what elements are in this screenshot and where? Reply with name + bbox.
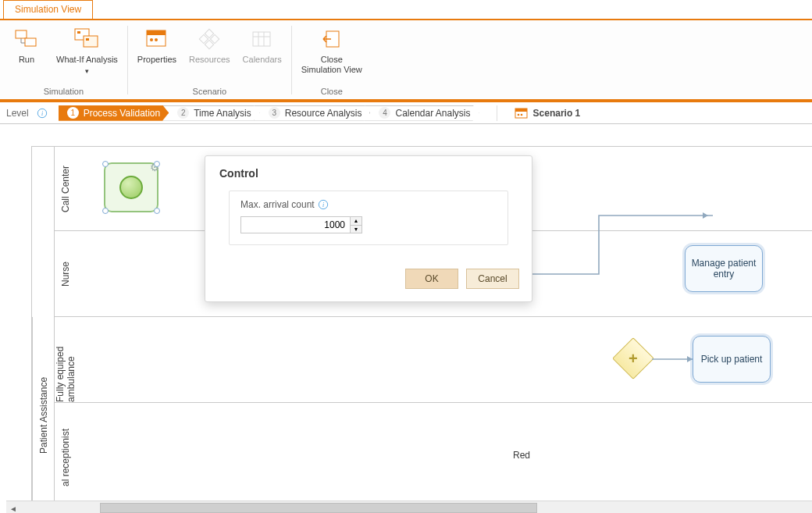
level-label: Level: [6, 108, 29, 119]
info-icon[interactable]: i: [37, 108, 48, 119]
breadcrumb-process-validation[interactable]: 1 Process Validation: [59, 105, 169, 121]
svg-text:i: i: [41, 109, 43, 116]
scenario-icon: [515, 107, 529, 119]
svg-rect-3: [84, 36, 98, 47]
svg-rect-14: [253, 32, 270, 46]
close-simulation-view-button[interactable]: Close Simulation View: [297, 23, 367, 77]
sequence-flow: [652, 354, 697, 365]
start-event[interactable]: ⚙: [104, 162, 158, 212]
ribbon-group-scenario: Properties Resources Calendars Scenario: [128, 20, 291, 99]
svg-rect-4: [77, 31, 80, 34]
level-bar: Level i 1 Process Validation 2 Time Anal…: [0, 102, 812, 124]
parallel-gateway[interactable]: +: [612, 337, 654, 379]
lane-label-receptionist[interactable]: al receptionist: [54, 403, 76, 512]
svg-rect-7: [147, 30, 166, 35]
dialog-title: Control: [205, 156, 532, 187]
canvas-area[interactable]: Patient Assistance Call Center ⚙: [0, 124, 812, 513]
ribbon-group-close: Close Simulation View Close: [292, 20, 372, 99]
spinner: ▲ ▼: [350, 216, 362, 233]
resize-handle[interactable]: [102, 208, 109, 214]
svg-rect-1: [25, 38, 36, 46]
horizontal-scrollbar[interactable]: ◄: [6, 501, 812, 513]
breadcrumb-calendar-analysis[interactable]: 4 Calendar Analysis: [364, 105, 479, 121]
task-manage-patient-entry[interactable]: Manage patient entry: [685, 245, 763, 292]
properties-icon: [144, 27, 169, 52]
scroll-left-button[interactable]: ◄: [6, 501, 20, 513]
level-breadcrumb: 1 Process Validation 2 Time Analysis 3 R…: [59, 105, 479, 121]
resize-handle[interactable]: [154, 161, 160, 167]
calendars-button: Calendars: [238, 23, 287, 68]
ribbon: Run What-If Analysis ▾ Simulation Proper…: [0, 19, 812, 102]
ok-button[interactable]: OK: [405, 269, 458, 289]
what-if-analysis-button[interactable]: What-If Analysis ▾: [52, 23, 123, 78]
info-icon[interactable]: i: [318, 199, 329, 210]
resources-button: Resources: [184, 23, 235, 68]
max-arrival-count-input[interactable]: [240, 216, 350, 233]
svg-point-24: [520, 113, 522, 116]
chevron-down-icon: ▾: [85, 67, 89, 75]
simulation-view-tab[interactable]: Simulation View: [3, 0, 93, 19]
scenario-selector[interactable]: Scenario 1: [515, 107, 581, 119]
what-if-icon: [74, 27, 99, 52]
resize-handle[interactable]: [102, 161, 109, 167]
annotation-red: Red: [513, 450, 530, 461]
breadcrumb-time-analysis[interactable]: 2 Time Analysis: [162, 105, 260, 121]
spin-down-button[interactable]: ▼: [351, 226, 361, 233]
ribbon-group-simulation: Run What-If Analysis ▾ Simulation: [0, 20, 127, 99]
svg-text:i: i: [322, 201, 324, 208]
run-icon: [14, 27, 39, 52]
run-button[interactable]: Run: [5, 23, 48, 78]
task-pick-up-patient[interactable]: Pick up patient: [693, 336, 771, 383]
breadcrumb-resource-analysis[interactable]: 3 Resource Analysis: [254, 105, 371, 121]
start-event-core: [119, 176, 143, 199]
control-dialog: Control Max. arrival count i ▲ ▼ OK Canc…: [205, 155, 532, 302]
cancel-button[interactable]: Cancel: [466, 269, 519, 289]
plus-icon: +: [629, 351, 638, 366]
pool-label[interactable]: Patient Assistance: [32, 317, 54, 513]
svg-point-8: [150, 38, 153, 41]
properties-button[interactable]: Properties: [133, 23, 181, 68]
svg-point-9: [155, 38, 158, 41]
lane-label-nurse[interactable]: Nurse: [54, 231, 76, 316]
lane-label-call-center[interactable]: Call Center: [54, 147, 76, 230]
svg-rect-22: [515, 109, 527, 112]
calendars-icon: [250, 27, 275, 52]
resources-icon: [197, 27, 222, 52]
spin-up-button[interactable]: ▲: [351, 217, 361, 226]
svg-point-23: [517, 113, 519, 116]
close-view-icon: [319, 27, 344, 52]
lane-label-ambulance[interactable]: Fully equiped ambulance: [54, 317, 76, 402]
svg-rect-5: [86, 38, 89, 41]
scroll-thumb[interactable]: [100, 503, 537, 513]
field-label-max-arrival: Max. arrival count i: [240, 199, 497, 210]
svg-rect-0: [16, 30, 27, 38]
resize-handle[interactable]: [154, 208, 160, 214]
